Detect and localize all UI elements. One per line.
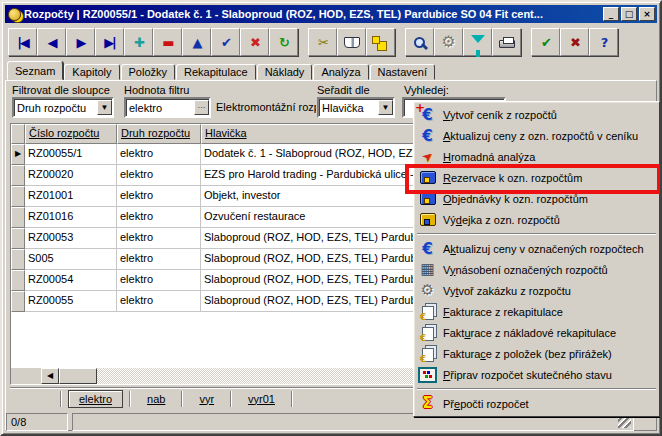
- print-button[interactable]: [492, 28, 521, 56]
- menu-item-11[interactable]: Fakturace z nákladové rekapitulace: [415, 322, 658, 343]
- cell: S005: [25, 249, 117, 270]
- bottom-tab-elektro[interactable]: elektro: [68, 390, 123, 408]
- insert-record-button[interactable]: ✚: [124, 28, 153, 56]
- cell: elektro: [117, 270, 201, 291]
- tab-položky[interactable]: Položky: [121, 64, 176, 80]
- app-window: Rozpočty | RZ00055/1 - Dodatek č. 1 - Sl…: [0, 0, 662, 436]
- close-icon: ✖: [570, 36, 579, 49]
- menu-item-7[interactable]: Aktualizuj ceny v označených rozpočtech: [415, 238, 658, 259]
- tab-separator: [129, 391, 131, 407]
- minimize-button[interactable]: _: [603, 7, 619, 21]
- context-menu: Vytvoř ceník z rozpočtůAktualizuj ceny z…: [413, 101, 660, 417]
- menu-item-12[interactable]: Fakturace z položek (bez přirážek): [415, 343, 658, 364]
- menu-item-8[interactable]: Vynásobení označených rozpočtů: [415, 259, 658, 280]
- last-record-button[interactable]: ▶|: [95, 28, 124, 56]
- filter-button[interactable]: [463, 28, 492, 56]
- menu-item-3[interactable]: Hromadná analýza: [415, 146, 658, 167]
- insert-record-icon: ✚: [134, 36, 143, 49]
- next-record-button[interactable]: ▶: [66, 28, 95, 56]
- filter-column-label: Filtrovat dle sloupce: [12, 84, 110, 96]
- menu-item-6[interactable]: Výdejka z ozn. rozpočtů: [415, 209, 658, 230]
- cancel-record-icon: ✖: [250, 36, 259, 49]
- tab-separator: [230, 391, 232, 407]
- chevron-down-icon[interactable]: ▼: [378, 100, 393, 115]
- safe-blue-icon: [418, 169, 437, 186]
- tab-analýza[interactable]: Analýza: [313, 64, 368, 80]
- help-button[interactable]: ?: [589, 28, 618, 56]
- ok-button[interactable]: ✔: [531, 28, 560, 56]
- menu-item-label: Fakturace z rekapitulace: [443, 306, 563, 318]
- tab-náklady[interactable]: Náklady: [257, 64, 313, 80]
- prior-record-button[interactable]: ◀: [37, 28, 66, 56]
- next-record-icon: ▶: [77, 36, 85, 49]
- column-header-2[interactable]: Druh rozpočtu: [117, 124, 201, 144]
- post-record-button[interactable]: ✔: [211, 28, 240, 56]
- menu-item-2[interactable]: Aktualizuj ceny z ozn. rozpočtů v ceníku: [415, 125, 658, 146]
- bottom-tab-vyr[interactable]: vyr: [189, 391, 224, 407]
- ellipsis-button[interactable]: ···: [194, 100, 209, 115]
- settings-button[interactable]: ⚙: [434, 28, 463, 56]
- titlebar: Rozpočty | RZ00055/1 - Dodatek č. 1 - Sl…: [5, 5, 657, 23]
- tab-nastavení[interactable]: Nastavení: [370, 64, 436, 80]
- cell: elektro: [117, 186, 201, 207]
- sigma-icon: [418, 395, 437, 412]
- menu-item-14[interactable]: Přepočti rozpočet: [415, 393, 658, 414]
- copy-lock-icon: [372, 36, 380, 44]
- menu-item-label: Aktualizuj ceny z ozn. rozpočtů v ceníku: [443, 130, 638, 142]
- euro-plus-icon: [418, 106, 437, 123]
- filter-value-input[interactable]: elektro ···: [124, 97, 211, 118]
- filter-column-value: Druh rozpočtu: [14, 102, 97, 114]
- price-book-icon: [344, 37, 360, 48]
- row-selector-cell: [11, 186, 25, 207]
- column-header-1[interactable]: Číslo rozpočtu: [25, 124, 117, 144]
- chevron-down-icon[interactable]: ▼: [97, 100, 112, 115]
- price-book-button[interactable]: [337, 28, 366, 56]
- tab-separator: [291, 391, 293, 407]
- cell: RZ00054: [25, 270, 117, 291]
- delete-record-button[interactable]: ▬: [153, 28, 182, 56]
- row-selector-cell: [11, 270, 25, 291]
- menu-separator: [417, 233, 656, 235]
- close-button[interactable]: ×: [639, 7, 655, 21]
- cell: elektro: [117, 291, 201, 312]
- filter-value-text: elektro: [126, 102, 194, 114]
- tools-icon: [418, 282, 437, 299]
- menu-item-10[interactable]: Fakturace z rekapitulace: [415, 301, 658, 322]
- cell: RZ01001: [25, 186, 117, 207]
- search-icon: [414, 37, 425, 48]
- cut-button[interactable]: ✂: [308, 28, 337, 56]
- close-button[interactable]: ✖: [560, 28, 589, 56]
- cancel-record-button[interactable]: ✖: [240, 28, 269, 56]
- menu-item-4[interactable]: Rezervace k ozn. rozpočtům: [415, 167, 658, 188]
- search-button[interactable]: [405, 28, 434, 56]
- edit-record-button[interactable]: ▲: [182, 28, 211, 56]
- filter-column-combobox[interactable]: Druh rozpočtu ▼: [12, 97, 114, 118]
- bottom-tab-vyr01[interactable]: vyr01: [238, 391, 285, 407]
- selector-header-cell: [11, 124, 25, 144]
- tab-seznam[interactable]: Seznam: [7, 61, 63, 80]
- abacus-icon: [418, 366, 437, 383]
- menu-item-label: Fakturace z nákladové rekapitulace: [443, 327, 616, 339]
- tab-rekapitulace[interactable]: Rekapitulace: [176, 64, 256, 80]
- scrollbar-thumb[interactable]: [59, 368, 97, 384]
- tab-kapitoly[interactable]: Kapitoly: [64, 64, 119, 80]
- coins-app-icon: [8, 8, 21, 21]
- copy-lock-button[interactable]: [366, 28, 395, 56]
- row-selector-cell: [11, 249, 25, 270]
- menu-item-9[interactable]: Vytvoř zakázku z rozpočtu: [415, 280, 658, 301]
- menu-item-1[interactable]: Vytvoř ceník z rozpočtů: [415, 104, 658, 125]
- menu-item-13[interactable]: Připrav rozpočet skutečného stavu: [415, 364, 658, 385]
- scroll-left-icon[interactable]: ◀: [41, 368, 59, 384]
- menu-item-label: Objednávky k ozn. rozpočtům: [443, 193, 588, 205]
- menu-item-label: Vytvoř ceník z rozpočtů: [443, 109, 557, 121]
- maximize-button[interactable]: □: [621, 7, 637, 21]
- page-tabbar: SeznamKapitolyPoložkyRekapitulaceNáklady…: [5, 61, 657, 80]
- first-record-button[interactable]: |◀: [8, 28, 37, 56]
- invoice-icon: [418, 324, 437, 341]
- row-selector-cell: [11, 291, 25, 312]
- sort-combobox[interactable]: Hlavička ▼: [317, 97, 395, 118]
- euro-icon: [418, 240, 437, 257]
- menu-item-5[interactable]: Objednávky k ozn. rozpočtům: [415, 188, 658, 209]
- refresh-button[interactable]: ↻: [269, 28, 298, 56]
- bottom-tab-nab[interactable]: nab: [137, 391, 175, 407]
